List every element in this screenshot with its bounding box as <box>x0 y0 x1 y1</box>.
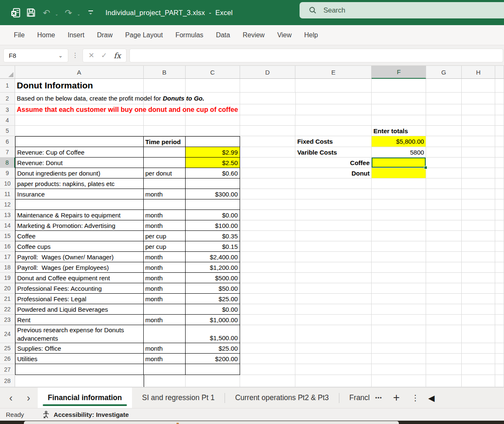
cell-H7[interactable] <box>462 147 495 158</box>
cell-G24[interactable] <box>426 325 462 343</box>
cell-G19[interactable] <box>426 273 462 283</box>
ribbon-tab-formulas[interactable]: Formulas <box>169 25 210 45</box>
cell-A13[interactable]: Maintenance & Repairs to equipment <box>15 210 144 220</box>
cell-F23[interactable] <box>372 315 426 325</box>
cell-A7[interactable]: Revenue: Cup of Coffee <box>15 147 144 158</box>
cell-A5[interactable] <box>15 126 144 136</box>
select-all-corner[interactable] <box>0 66 15 79</box>
cell-H1[interactable] <box>462 79 495 93</box>
cell-C5[interactable] <box>186 126 240 136</box>
cell-A19[interactable]: Donut and Coffee equipment rent <box>15 273 144 283</box>
cell-C15[interactable]: $0.35 <box>186 231 240 241</box>
cell-B21[interactable]: month <box>144 294 186 304</box>
cell-C17[interactable]: $2,400.00 <box>186 252 240 262</box>
column-header-C[interactable]: C <box>186 66 240 79</box>
cell-H15[interactable] <box>462 231 495 241</box>
sheet-tab-franchise-truncated[interactable]: Francl <box>339 388 370 408</box>
cell-E28[interactable] <box>295 375 372 387</box>
cell-G13[interactable] <box>426 210 462 220</box>
cell-H23[interactable] <box>462 315 495 325</box>
row-header-7[interactable]: 7 <box>0 147 15 158</box>
cell-H11[interactable] <box>462 189 495 199</box>
cell-C24[interactable]: $1,500.00 <box>186 325 240 343</box>
fill-handle[interactable] <box>424 166 427 169</box>
cell-H28[interactable] <box>462 375 495 387</box>
row-header-15[interactable]: 15 <box>0 231 15 241</box>
cell-F5[interactable]: Enter totals <box>372 126 426 136</box>
cell-E9[interactable]: Donut <box>295 168 372 178</box>
cell-F19[interactable] <box>372 273 426 283</box>
cell-B16[interactable]: per cup <box>144 241 186 252</box>
cell-D24[interactable] <box>240 325 296 343</box>
cell-D22[interactable] <box>240 304 296 315</box>
cell-G7[interactable] <box>426 147 462 158</box>
cell-E7[interactable]: Varible Costs <box>295 147 372 158</box>
row-header-24[interactable]: 24 <box>0 325 15 343</box>
cell-F3[interactable] <box>372 104 426 115</box>
cell-G15[interactable] <box>426 231 462 241</box>
cell-G28[interactable] <box>426 375 462 387</box>
cell-H20[interactable] <box>462 283 495 294</box>
cell-D15[interactable] <box>240 231 296 241</box>
cell-C8[interactable]: $2.50 <box>186 158 240 168</box>
cell-E25[interactable] <box>295 343 372 354</box>
cell-F9[interactable] <box>372 168 426 178</box>
cell-F21[interactable] <box>372 294 426 304</box>
cell-E18[interactable] <box>295 262 372 273</box>
cell-F13[interactable] <box>372 210 426 220</box>
cell-A3[interactable]: Assume that each customer will buy one d… <box>15 104 144 115</box>
search-box[interactable]: Search <box>300 2 504 18</box>
cell-H26[interactable] <box>462 354 495 364</box>
cell-E20[interactable] <box>295 283 372 294</box>
column-header-B[interactable]: B <box>144 66 186 79</box>
cell-B1[interactable] <box>144 79 186 93</box>
cell-E24[interactable] <box>295 325 372 343</box>
cell-E22[interactable] <box>295 304 372 315</box>
cell-A22[interactable]: Powdered and Liquid Beverages <box>15 304 144 315</box>
cell-F18[interactable] <box>372 262 426 273</box>
cell-H4[interactable] <box>462 115 495 126</box>
cell-F15[interactable] <box>372 231 426 241</box>
cell-B8[interactable] <box>144 158 186 168</box>
cell-D14[interactable] <box>240 220 296 231</box>
row-header-4[interactable]: 4 <box>0 115 15 126</box>
new-sheet-icon[interactable]: + <box>389 391 403 404</box>
cell-F28[interactable] <box>372 375 426 387</box>
formula-bar-dots-icon[interactable]: ⋮ <box>72 52 79 59</box>
cell-E17[interactable] <box>295 252 372 262</box>
cell-B20[interactable]: month <box>144 283 186 294</box>
cell-C14[interactable]: $100.00 <box>186 220 240 231</box>
cell-D5[interactable] <box>240 126 296 136</box>
cell-G11[interactable] <box>426 189 462 199</box>
cell-C28[interactable] <box>186 375 240 387</box>
prev-sheet-icon[interactable]: ‹ <box>9 393 13 403</box>
cell-D19[interactable] <box>240 273 296 283</box>
cell-G16[interactable] <box>426 241 462 252</box>
cell-E11[interactable] <box>295 189 372 199</box>
cell-F14[interactable] <box>372 220 426 231</box>
cell-E5[interactable] <box>295 126 372 136</box>
cell-B23[interactable]: month <box>144 315 186 325</box>
row-header-22[interactable]: 22 <box>0 304 15 315</box>
cell-E2[interactable] <box>296 93 372 104</box>
cell-D1[interactable] <box>240 79 296 93</box>
row-header-20[interactable]: 20 <box>0 283 15 294</box>
sheet-tab-financial-information[interactable]: Financial information <box>38 388 132 408</box>
cell-C23[interactable]: $1,000.00 <box>186 315 240 325</box>
cell-C19[interactable]: $500.00 <box>186 273 240 283</box>
cell-B22[interactable] <box>144 304 186 315</box>
cell-C6[interactable] <box>186 136 240 147</box>
cell-E23[interactable] <box>295 315 372 325</box>
cell-A26[interactable]: Utilities <box>15 354 144 364</box>
cell-H16[interactable] <box>462 241 495 252</box>
cell-F26[interactable] <box>372 354 426 364</box>
cell-F17[interactable] <box>372 252 426 262</box>
cell-B9[interactable]: per donut <box>144 168 186 178</box>
cell-C20[interactable]: $50.00 <box>186 283 240 294</box>
cell-B13[interactable]: month <box>144 210 186 220</box>
cell-B18[interactable]: month <box>144 262 186 273</box>
cell-C22[interactable]: $0.00 <box>186 304 240 315</box>
cell-A21[interactable]: Professional Fees: Legal <box>15 294 144 304</box>
cell-F4[interactable] <box>372 115 426 126</box>
column-header-F[interactable]: F <box>372 66 426 79</box>
